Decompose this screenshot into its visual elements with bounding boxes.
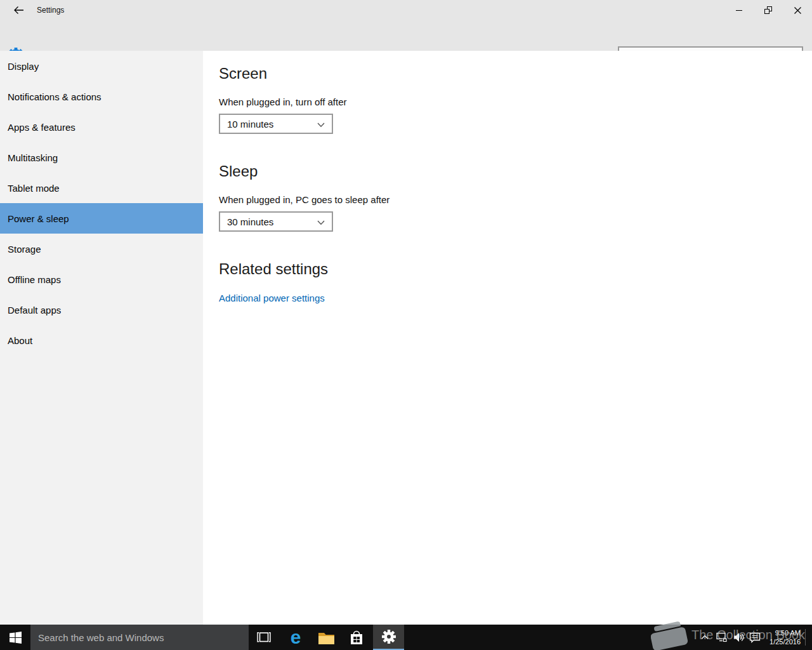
window-controls — [724, 0, 812, 20]
settings-app-button[interactable] — [373, 625, 404, 650]
dropdown-chevron-icon — [317, 220, 325, 225]
tray-volume-button[interactable] — [731, 625, 746, 650]
tray-chevron-button[interactable] — [698, 625, 712, 650]
sidebar-item-label: Default apps — [8, 305, 61, 315]
chevron-up-icon — [701, 635, 709, 640]
dropdown-value: 30 minutes — [220, 216, 273, 227]
close-icon — [794, 7, 801, 14]
volume-icon — [733, 632, 744, 642]
sidebar-item-tablet-mode[interactable]: Tablet mode — [0, 173, 203, 203]
tray-network-button[interactable] — [714, 625, 730, 650]
minimize-icon — [736, 10, 742, 11]
related-settings-heading: Related settings — [219, 260, 328, 278]
taskbar-search-input[interactable] — [30, 625, 249, 650]
file-explorer-button[interactable] — [311, 625, 341, 650]
taskbar: e — [0, 625, 812, 650]
network-icon — [716, 632, 728, 642]
sidebar-item-power-sleep[interactable]: Power & sleep — [0, 203, 203, 234]
edge-icon: e — [291, 628, 301, 647]
action-center-icon — [749, 632, 761, 643]
window-title: Settings — [37, 6, 64, 15]
sidebar-item-storage[interactable]: Storage — [0, 234, 203, 264]
sidebar-item-apps-features[interactable]: Apps & features — [0, 112, 203, 142]
screen-heading: Screen — [219, 65, 267, 83]
sidebar-item-notifications-actions[interactable]: Notifications & actions — [0, 81, 203, 112]
sidebar-item-label: Tablet mode — [8, 183, 60, 194]
sidebar-item-label: About — [8, 335, 32, 346]
edge-browser-button[interactable]: e — [280, 625, 311, 650]
sidebar-item-default-apps[interactable]: Default apps — [0, 295, 203, 325]
sidebar-item-label: Power & sleep — [8, 213, 69, 224]
clock-time: 9:50 AM — [775, 628, 801, 637]
sidebar-item-label: Notifications & actions — [8, 91, 102, 102]
sidebar-item-offline-maps[interactable]: Offline maps — [0, 264, 203, 295]
taskbar-clock[interactable]: 9:50 AM 1/25/2016 — [769, 625, 801, 650]
additional-power-settings-link[interactable]: Additional power settings — [219, 293, 325, 303]
action-center-button[interactable] — [747, 625, 763, 650]
start-icon — [10, 632, 22, 644]
sidebar-item-label: Offline maps — [8, 274, 61, 285]
settings-sidebar: Display Notifications & actions Apps & f… — [0, 51, 203, 625]
restore-button[interactable] — [754, 0, 783, 20]
sidebar-item-label: Display — [8, 61, 39, 72]
sleep-heading: Sleep — [219, 162, 258, 180]
screen-turnoff-dropdown[interactable]: 10 minutes — [219, 114, 333, 134]
show-desktop-button[interactable] — [806, 625, 812, 650]
tray-separator — [805, 629, 806, 646]
dropdown-chevron-icon — [317, 123, 325, 128]
file-explorer-icon — [318, 631, 335, 644]
settings-window: Settings — [0, 0, 812, 650]
start-button[interactable] — [0, 625, 30, 650]
back-arrow-icon — [13, 5, 25, 15]
store-button[interactable] — [341, 625, 372, 650]
page-header: SYSTEM — [0, 20, 812, 51]
sleep-after-dropdown[interactable]: 30 minutes — [219, 211, 333, 232]
back-button[interactable] — [6, 0, 32, 20]
sleep-after-label: When plugged in, PC goes to sleep after — [219, 194, 390, 205]
task-view-button[interactable] — [249, 625, 279, 650]
settings-gear-icon — [381, 629, 396, 644]
screen-turnoff-label: When plugged in, turn off after — [219, 96, 347, 107]
sidebar-item-label: Storage — [8, 244, 41, 255]
dropdown-value: 10 minutes — [220, 119, 273, 129]
close-button[interactable] — [783, 0, 812, 20]
minimize-button[interactable] — [724, 0, 754, 20]
titlebar: Settings — [0, 0, 812, 20]
task-view-icon — [256, 632, 272, 642]
restore-icon — [764, 6, 772, 14]
taskbar-search[interactable] — [30, 625, 249, 650]
store-icon — [349, 629, 364, 646]
sidebar-item-label: Multitasking — [8, 152, 58, 163]
sidebar-item-multitasking[interactable]: Multitasking — [0, 142, 203, 173]
clock-date: 1/25/2016 — [769, 637, 801, 646]
settings-content: Screen When plugged in, turn off after 1… — [203, 51, 812, 625]
sidebar-item-about[interactable]: About — [0, 325, 203, 355]
sidebar-item-label: Apps & features — [8, 122, 75, 133]
sidebar-item-display[interactable]: Display — [0, 51, 203, 81]
app-header: Settings — [0, 0, 812, 51]
